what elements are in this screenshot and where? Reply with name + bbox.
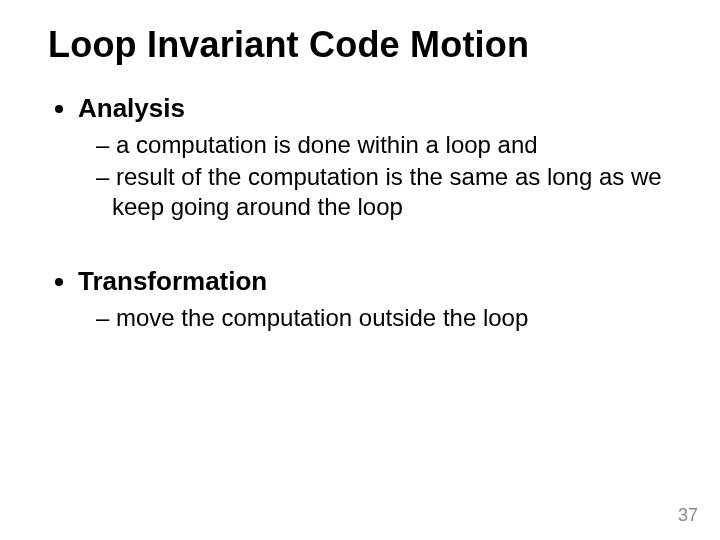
section-heading: Transformation [78, 266, 267, 296]
slide: Loop Invariant Code Motion Analysis a co… [0, 0, 720, 540]
section-heading: Analysis [78, 93, 185, 123]
list-item: move the computation outside the loop [96, 303, 672, 333]
section-analysis: Analysis a computation is done within a … [78, 93, 672, 222]
section-transformation: Transformation move the computation outs… [78, 266, 672, 333]
bullet-list: Analysis a computation is done within a … [48, 93, 672, 333]
slide-title: Loop Invariant Code Motion [48, 24, 672, 65]
list-item: result of the computation is the same as… [96, 162, 672, 222]
page-number: 37 [678, 505, 698, 526]
subitems: a computation is done within a loop and … [78, 130, 672, 222]
list-item: a computation is done within a loop and [96, 130, 672, 160]
subitems: move the computation outside the loop [78, 303, 672, 333]
